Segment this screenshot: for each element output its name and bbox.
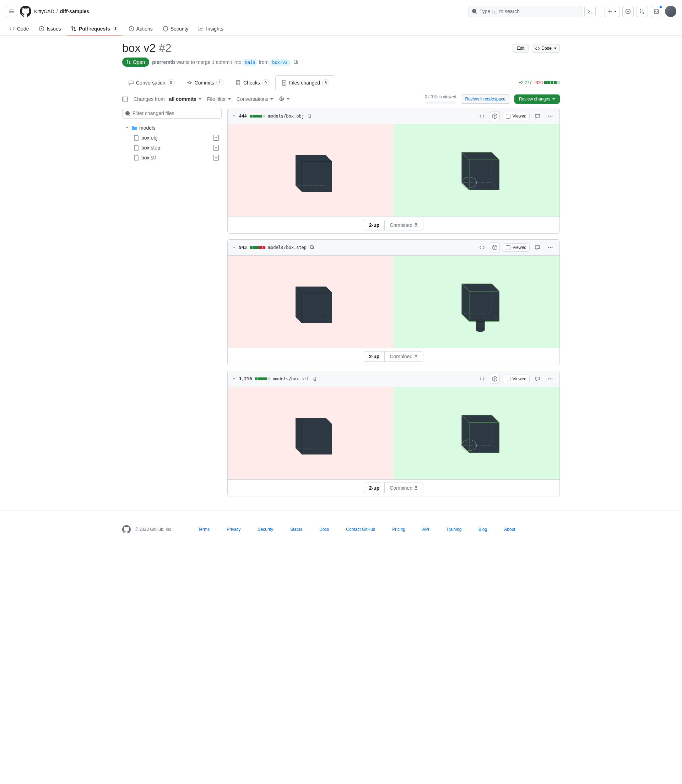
viewed-checkbox[interactable]: Viewed	[503, 243, 530, 252]
tree-file[interactable]: box.obj•	[122, 133, 221, 143]
file-filter-dropdown[interactable]: File filter	[207, 96, 231, 102]
svg-point-45	[551, 378, 553, 380]
copy-icon[interactable]	[307, 114, 312, 119]
nav-pull-requests[interactable]: Pull requests 1	[67, 23, 122, 35]
copy-icon[interactable]	[293, 59, 298, 65]
footer-link[interactable]: Terms	[198, 527, 210, 532]
conversations-dropdown[interactable]: Conversations	[237, 96, 274, 102]
pr-author[interactable]: pierremtb	[152, 59, 175, 65]
pull-request-icon	[126, 60, 131, 65]
footer-link[interactable]: Training	[446, 527, 461, 532]
svg-point-9	[550, 116, 551, 117]
chevron-down-icon[interactable]	[232, 377, 236, 381]
nav-actions[interactable]: Actions	[125, 23, 156, 35]
hamburger-menu[interactable]	[6, 6, 17, 17]
nav-security[interactable]: Security	[159, 23, 192, 35]
kebab-menu[interactable]	[545, 243, 555, 253]
file-path[interactable]: models/box.step	[268, 245, 306, 250]
diff-old-preview[interactable]	[228, 387, 394, 479]
svg-marker-53	[469, 423, 499, 453]
two-up-button[interactable]: 2-up	[364, 483, 385, 493]
rendered-view-button[interactable]	[490, 111, 500, 121]
diff-new-preview[interactable]	[394, 124, 559, 216]
review-changes-button[interactable]: Review changes	[514, 94, 560, 104]
source-view-button[interactable]	[477, 374, 487, 384]
footer-link[interactable]: Status	[290, 527, 302, 532]
diff-old-preview[interactable]	[228, 124, 394, 216]
footer-link[interactable]: Blog	[478, 527, 487, 532]
tab-files-changed[interactable]: Files changed 3	[275, 75, 335, 90]
nav-code[interactable]: Code	[6, 23, 32, 35]
filter-files-input[interactable]	[122, 108, 221, 119]
file-path[interactable]: models/box.stl	[273, 376, 309, 381]
copy-icon[interactable]	[312, 376, 317, 381]
tab-commits[interactable]: Commits 1	[181, 75, 229, 90]
copy-icon[interactable]	[309, 245, 314, 250]
diff-old-preview[interactable]	[228, 256, 394, 348]
file-path[interactable]: models/box.obj	[268, 114, 304, 119]
github-logo-icon[interactable]	[20, 6, 31, 17]
kebab-menu[interactable]	[545, 374, 555, 384]
rendered-view-button[interactable]	[490, 374, 500, 384]
issue-icon	[625, 8, 631, 14]
breadcrumb-repo[interactable]: diff-samples	[60, 8, 89, 14]
footer-link[interactable]: About	[504, 527, 515, 532]
breadcrumb-owner[interactable]: KittyCAD	[34, 8, 54, 14]
settings-dropdown[interactable]	[279, 96, 290, 102]
diff-new-preview[interactable]	[394, 256, 559, 348]
two-up-button[interactable]: 2-up	[364, 351, 385, 362]
code-dropdown[interactable]: Code	[532, 44, 560, 52]
nav-insights[interactable]: Insights	[194, 23, 226, 35]
combined-button[interactable]: Combined	[384, 351, 424, 362]
svg-point-10	[551, 116, 553, 117]
sidebar-toggle[interactable]	[122, 96, 128, 102]
edit-button[interactable]: Edit	[513, 44, 529, 52]
comment-button[interactable]	[532, 111, 542, 121]
comment-button[interactable]	[532, 374, 542, 384]
footer-link[interactable]: Security	[258, 527, 273, 532]
search-input[interactable]: Type / to search	[468, 6, 582, 17]
chevron-down-icon[interactable]	[232, 245, 236, 250]
tree-file[interactable]: box.step•	[122, 143, 221, 153]
footer-link[interactable]: Privacy	[226, 527, 241, 532]
rendered-view-button[interactable]	[490, 243, 500, 253]
viewed-checkbox[interactable]: Viewed	[503, 375, 530, 383]
svg-point-26	[550, 247, 551, 248]
user-avatar[interactable]	[665, 6, 676, 17]
review-codespace-button[interactable]: Review in codespace	[461, 94, 510, 104]
viewed-checkbox[interactable]: Viewed	[503, 112, 530, 120]
cube-icon	[492, 113, 498, 119]
nav-issues[interactable]: Issues	[35, 23, 64, 35]
notifications-button[interactable]	[651, 6, 662, 17]
svg-point-25	[548, 247, 549, 248]
footer-link[interactable]: API	[422, 527, 429, 532]
base-branch[interactable]: main	[242, 59, 257, 66]
create-new-button[interactable]	[605, 6, 620, 17]
tab-checks[interactable]: Checks 0	[229, 75, 275, 90]
two-up-button[interactable]: 2-up	[364, 220, 385, 231]
source-view-button[interactable]	[477, 243, 487, 253]
head-branch[interactable]: box-v2	[270, 59, 290, 66]
code-icon	[535, 46, 540, 51]
issues-button[interactable]	[622, 6, 634, 17]
combined-button[interactable]: Combined	[384, 220, 424, 231]
file-icon	[134, 135, 139, 141]
tab-conversation[interactable]: Conversation 0	[122, 75, 181, 90]
footer-link[interactable]: Contact GitHub	[346, 527, 375, 532]
source-view-button[interactable]	[477, 111, 487, 121]
tree-folder-models[interactable]: models	[122, 123, 221, 133]
changes-from-dropdown[interactable]: Changes from all commits	[134, 96, 201, 102]
caret-down-icon	[554, 48, 557, 49]
comment-button[interactable]	[532, 243, 542, 253]
pull-request-icon	[639, 8, 645, 14]
footer-link[interactable]: Pricing	[392, 527, 405, 532]
chevron-down-icon[interactable]	[232, 114, 236, 118]
kebab-menu[interactable]	[545, 111, 555, 121]
pull-requests-button[interactable]	[637, 6, 648, 17]
command-palette-button[interactable]	[584, 6, 596, 17]
hamburger-icon	[8, 8, 14, 14]
combined-button[interactable]: Combined	[384, 483, 424, 493]
tree-file[interactable]: box.stl•	[122, 153, 221, 163]
footer-link[interactable]: Docs	[319, 527, 329, 532]
diff-new-preview[interactable]	[394, 387, 559, 479]
